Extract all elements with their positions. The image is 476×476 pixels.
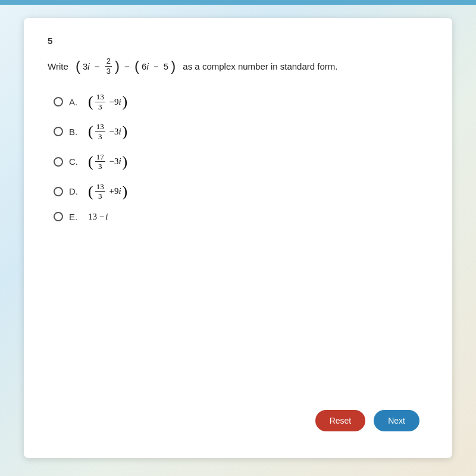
- option-a-label: A.: [69, 97, 82, 107]
- option-a-fraction: 13 3: [95, 92, 105, 111]
- option-d-row[interactable]: D. ( 13 3 +9i ): [54, 182, 428, 201]
- expr-6i: 6i: [142, 61, 149, 71]
- option-b-row[interactable]: B. ( 13 3 −3i ): [54, 122, 428, 141]
- option-c-label: C.: [69, 156, 82, 167]
- expr-minus2: −: [122, 61, 132, 71]
- open-paren-2: (: [134, 59, 139, 73]
- expr-5: 5: [164, 61, 168, 71]
- question-card: 5 Write ( 3i − 2 3 ) − ( 6i − 5 ) as a c…: [24, 18, 452, 458]
- option-d-value: ( 13 3 +9i ): [88, 182, 127, 201]
- next-button[interactable]: Next: [374, 410, 419, 431]
- option-b-fraction: 13 3: [95, 122, 105, 141]
- question-number: 5: [48, 36, 428, 46]
- question-text: Write ( 3i − 2 3 ) − ( 6i − 5 ) as a com…: [48, 57, 428, 76]
- option-b-value: ( 13 3 −3i ): [88, 122, 127, 141]
- option-a-radio[interactable]: [54, 97, 63, 107]
- option-e-row[interactable]: E. 13 − i: [54, 212, 428, 222]
- instruction-suffix: as a complex number in standard form.: [183, 61, 337, 71]
- reset-button[interactable]: Reset: [315, 410, 366, 431]
- options-list: A. ( 13 3 −9i ) B. ( 13 3 −3i: [54, 92, 428, 222]
- fraction-2-3: 2 3: [105, 57, 112, 76]
- open-paren-1: (: [76, 59, 80, 73]
- option-d-radio[interactable]: [54, 187, 63, 196]
- option-c-radio[interactable]: [54, 157, 63, 167]
- option-e-value: 13 − i: [88, 212, 108, 222]
- option-b-label: B.: [69, 127, 82, 137]
- option-c-value: ( 17 3 −3i ): [88, 152, 127, 171]
- option-d-fraction: 13 3: [95, 182, 105, 201]
- expr-3i: 3i: [83, 61, 90, 71]
- option-e-label: E.: [69, 212, 82, 222]
- close-paren-2: ): [171, 59, 176, 73]
- option-e-radio[interactable]: [54, 212, 63, 221]
- expr-minus1: −: [92, 61, 102, 71]
- close-paren-1: ): [115, 59, 120, 73]
- option-b-radio[interactable]: [54, 127, 63, 136]
- top-bar: [0, 0, 476, 5]
- option-d-label: D.: [69, 186, 82, 196]
- option-c-fraction: 17 3: [95, 152, 105, 171]
- option-a-value: ( 13 3 −9i ): [88, 92, 127, 111]
- option-a-row[interactable]: A. ( 13 3 −9i ): [54, 92, 428, 111]
- instruction-prefix: Write: [48, 61, 68, 71]
- expr-minus3: −: [151, 61, 161, 71]
- option-c-row[interactable]: C. ( 17 3 −3i ): [54, 152, 428, 171]
- buttons-area: Reset Next: [315, 410, 419, 431]
